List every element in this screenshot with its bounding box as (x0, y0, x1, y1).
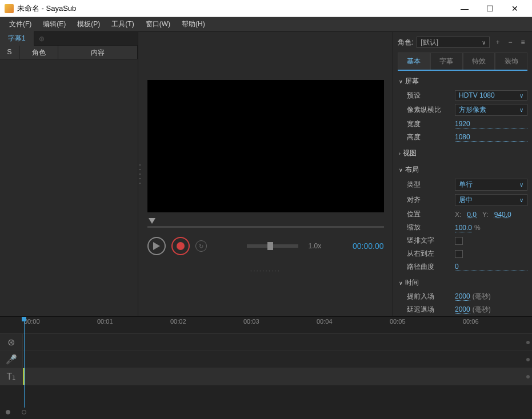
tick: 00:04 (317, 318, 333, 325)
speed-label: 1.0x (309, 242, 322, 250)
par-dropdown[interactable]: 方形像素∨ (455, 104, 527, 116)
menu-tools[interactable]: 工具(T) (106, 17, 139, 31)
play-button[interactable] (147, 237, 166, 255)
remove-role-button[interactable]: − (506, 38, 515, 47)
vertical-label: 竖排文字 (407, 236, 455, 245)
tick: 00:01 (97, 318, 113, 325)
scale-label: 缩放 (407, 223, 455, 232)
role-dropdown[interactable]: [默认]∨ (417, 37, 490, 48)
align-label: 对齐 (407, 195, 455, 205)
section-time[interactable]: ∨时间 (398, 276, 527, 290)
lead-out-value[interactable]: 2000(毫秒) (455, 305, 491, 315)
par-label: 像素纵横比 (407, 105, 455, 115)
menu-role-button[interactable]: ≡ (518, 38, 527, 47)
type-dropdown[interactable]: 单行∨ (455, 179, 527, 191)
menu-help[interactable]: 帮助(H) (176, 17, 211, 31)
col-role[interactable]: 角色 (19, 46, 58, 59)
minimize-button[interactable]: — (452, 0, 477, 17)
scale-value[interactable]: 100.0% (455, 224, 481, 232)
tick: 00:06 (463, 318, 479, 325)
type-label: 类型 (407, 180, 455, 190)
timecode[interactable]: 00:00.00 (353, 241, 384, 251)
menu-file[interactable]: 文件(F) (3, 17, 37, 31)
track-audio[interactable]: 🎤 (0, 351, 532, 368)
position-xy[interactable]: X:0.0 Y:940.0 (455, 211, 511, 219)
section-screen[interactable]: ∨屏幕 (398, 74, 527, 88)
tick: 00:00 (24, 318, 40, 325)
tick: 00:03 (243, 318, 259, 325)
col-content[interactable]: 内容 (58, 46, 138, 59)
tick: 00:02 (170, 318, 186, 325)
rtl-checkbox[interactable] (455, 250, 463, 258)
role-label: 角色: (398, 38, 413, 47)
preset-dropdown[interactable]: HDTV 1080∨ (455, 90, 527, 100)
app-icon (5, 4, 14, 13)
align-dropdown[interactable]: 居中∨ (455, 194, 527, 206)
speed-slider[interactable] (247, 244, 298, 248)
lead-in-value[interactable]: 2000(毫秒) (455, 292, 491, 301)
tab-decoration[interactable]: 装饰 (495, 53, 527, 70)
tab-basic[interactable]: 基本 (398, 53, 430, 70)
track-mic-icon[interactable]: 🎤 (0, 351, 23, 368)
maximize-button[interactable]: ☐ (477, 0, 502, 17)
video-preview[interactable] (147, 80, 384, 212)
lead-out-label: 延迟退场 (407, 305, 455, 315)
preset-label: 预设 (407, 91, 455, 100)
track-text[interactable]: T₁ (0, 368, 532, 385)
window-title: 未命名 - SayaSub (17, 3, 452, 14)
width-value[interactable]: 1920 (455, 120, 527, 128)
add-role-button[interactable]: + (493, 38, 502, 47)
timeline-panel: 00:00 00:01 00:02 00:03 00:04 00:05 00:0… (0, 316, 532, 419)
section-layout[interactable]: ∨布局 (398, 163, 527, 177)
timeline-ruler[interactable]: 00:00 00:01 00:02 00:03 00:04 00:05 00:0… (0, 317, 532, 334)
seek-bar[interactable] (147, 226, 384, 228)
vertical-checkbox[interactable] (455, 237, 463, 245)
seek-marker-icon[interactable] (149, 218, 155, 224)
record-button[interactable] (171, 237, 190, 255)
tick: 00:05 (390, 318, 406, 325)
close-button[interactable]: ✕ (502, 0, 527, 17)
height-label: 高度 (407, 132, 455, 142)
tab-effects[interactable]: 特效 (463, 53, 495, 70)
pos-label: 位置 (407, 210, 455, 219)
track-video[interactable]: ⊛ (0, 334, 532, 351)
panel-grip-left[interactable] (138, 163, 142, 186)
timeline-nav-marker[interactable] (22, 410, 26, 414)
timeline-footer (0, 405, 532, 419)
window-titlebar: 未命名 - SayaSub — ☐ ✕ (0, 0, 532, 17)
curve-label: 路径曲度 (407, 262, 455, 272)
subtitle-tab-1[interactable]: 字幕1 (0, 31, 34, 46)
menubar: 文件(F) 编辑(E) 模板(P) 工具(T) 窗口(W) 帮助(H) (0, 17, 532, 32)
curve-value[interactable]: 0 (455, 263, 527, 271)
panel-grip-bottom[interactable]: ·········· (250, 267, 281, 275)
add-tab-button[interactable]: ⊕ (34, 33, 49, 45)
track-video-icon[interactable]: ⊛ (0, 334, 23, 350)
playhead[interactable] (24, 317, 25, 408)
subtitle-list-header: S 角色 内容 (0, 46, 138, 59)
width-label: 宽度 (407, 119, 455, 129)
menu-window[interactable]: 窗口(W) (140, 17, 176, 31)
lead-in-label: 提前入场 (407, 292, 455, 301)
loop-button[interactable]: ↻ (195, 240, 207, 252)
height-value[interactable]: 1080 (455, 133, 527, 142)
menu-template[interactable]: 模板(P) (71, 17, 106, 31)
track-text-icon[interactable]: T₁ (0, 368, 23, 385)
section-view[interactable]: ›视图 (398, 146, 527, 160)
preview-panel: ↻ 1.0x 00:00.00 ·········· (138, 32, 393, 316)
col-s[interactable]: S (0, 46, 19, 59)
properties-panel: 角色: [默认]∨ + − ≡ 基本 字幕 特效 装饰 ∨屏幕 预设 HDTV … (393, 32, 532, 316)
subtitle-list-panel: 字幕1 ⊕ S 角色 内容 (0, 32, 138, 316)
timeline-nav-start[interactable] (6, 410, 10, 414)
rtl-label: 从右到左 (407, 249, 455, 259)
tab-subtitle[interactable]: 字幕 (430, 53, 463, 70)
menu-edit[interactable]: 编辑(E) (37, 17, 71, 31)
